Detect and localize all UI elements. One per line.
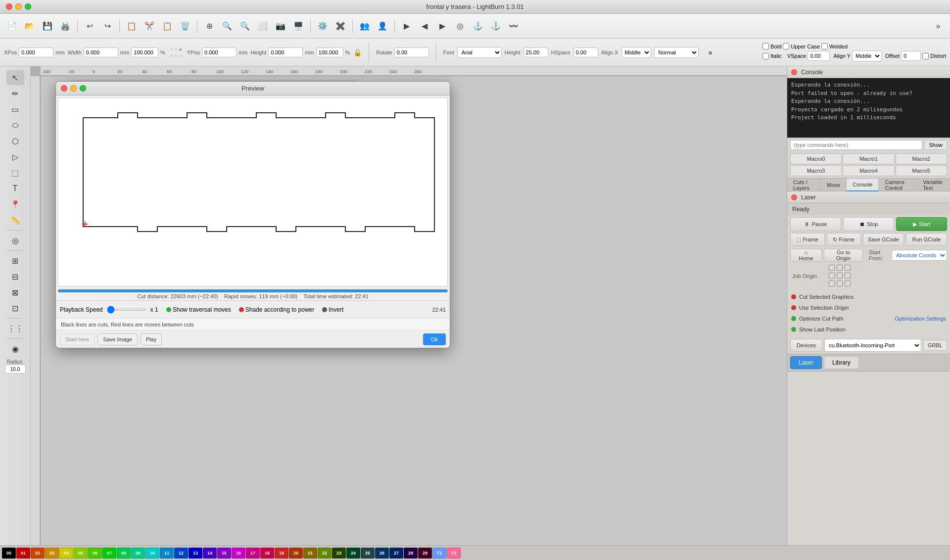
- origin-dot-bl[interactable]: [829, 280, 835, 286]
- settings-button[interactable]: ⚙️: [315, 18, 331, 34]
- color-swatch-03[interactable]: 03: [45, 548, 59, 559]
- tools-button[interactable]: ✖️: [332, 18, 348, 34]
- align-x-select[interactable]: Middle: [621, 47, 651, 58]
- color-swatch-01[interactable]: 01: [16, 548, 30, 559]
- expand-right-button[interactable]: »: [930, 18, 946, 34]
- camera-button[interactable]: 📷: [273, 18, 288, 34]
- color-swatch-13[interactable]: 13: [189, 548, 202, 559]
- start-here-button[interactable]: Start here: [60, 333, 95, 345]
- color-swatch-27[interactable]: 27: [389, 548, 403, 559]
- circle-tool-2[interactable]: ◉: [6, 341, 24, 356]
- color-swatch-02[interactable]: 02: [31, 548, 45, 559]
- height-input[interactable]: [268, 47, 303, 57]
- font-select[interactable]: Arial: [457, 47, 502, 58]
- pause-button[interactable]: ⏸ Pause: [790, 217, 841, 231]
- color-swatch-16[interactable]: 16: [232, 548, 245, 559]
- arrow-tool[interactable]: ▷: [6, 149, 24, 164]
- tab-move[interactable]: Move: [821, 179, 847, 191]
- console-show-button[interactable]: Show: [924, 140, 947, 150]
- xpos-input[interactable]: [19, 47, 53, 57]
- rotate-input[interactable]: [394, 47, 429, 57]
- laser-close-button[interactable]: [791, 194, 797, 200]
- console-close-button[interactable]: [791, 69, 797, 75]
- group-tool-2[interactable]: ⊟: [6, 269, 24, 284]
- console-input-field[interactable]: [790, 140, 922, 150]
- origin-dot-tc[interactable]: [837, 265, 843, 271]
- user-button[interactable]: 👤: [375, 18, 390, 34]
- macro-1-button[interactable]: Macro1: [843, 153, 894, 164]
- devices-button[interactable]: Devices: [790, 339, 822, 352]
- close-button[interactable]: [6, 3, 12, 10]
- ok-button[interactable]: Ok: [423, 333, 446, 345]
- frame-button-1[interactable]: ⬚ Frame: [790, 233, 825, 246]
- start-from-select[interactable]: Absolute Coords: [892, 250, 947, 261]
- maximize-button[interactable]: [25, 3, 31, 10]
- add-button[interactable]: ⊕: [201, 18, 217, 34]
- select-tool[interactable]: ↖: [6, 70, 24, 85]
- scale-h-input[interactable]: [316, 47, 343, 57]
- speed-slider[interactable]: [107, 309, 146, 311]
- laser-circle-button[interactable]: ◎: [452, 18, 468, 34]
- bold-checkbox[interactable]: [762, 43, 769, 49]
- save-image-button[interactable]: Save Image: [97, 333, 138, 345]
- start-button[interactable]: ▶ Start: [896, 217, 947, 231]
- font-height-input[interactable]: [523, 47, 548, 57]
- wave-button[interactable]: 〰️: [506, 18, 522, 34]
- color-swatch-19[interactable]: 19: [275, 548, 288, 559]
- play-button-preview[interactable]: Play: [141, 333, 162, 345]
- color-swatch-23[interactable]: 23: [332, 548, 346, 559]
- origin-dot-mc[interactable]: [837, 273, 843, 279]
- color-swatch-28[interactable]: 28: [404, 548, 418, 559]
- canvas-area[interactable]: 240 -20 0 20 40 60 80 100 120 140 160 18…: [31, 66, 787, 545]
- color-swatch-21[interactable]: 21: [303, 548, 317, 559]
- origin-dot-ml[interactable]: [829, 273, 835, 279]
- color-swatch-12[interactable]: 12: [174, 548, 188, 559]
- color-swatch-10[interactable]: 10: [145, 548, 159, 559]
- run-gcode-button[interactable]: Run GCode: [906, 233, 947, 246]
- color-swatch-22[interactable]: 22: [318, 548, 332, 559]
- offset-input[interactable]: [901, 51, 921, 61]
- macro-3-button[interactable]: Macro3: [790, 165, 842, 176]
- origin-dot-tl[interactable]: [829, 265, 835, 271]
- zoom-in-button[interactable]: 🔍: [219, 18, 235, 34]
- group-tool-4[interactable]: ⊡: [6, 301, 24, 316]
- paste-button[interactable]: 📋: [159, 18, 175, 34]
- anchor-button[interactable]: ⚓: [470, 18, 486, 34]
- distort-checkbox[interactable]: [922, 53, 929, 59]
- vspace-input[interactable]: [808, 51, 830, 61]
- cut-button[interactable]: ✂️: [142, 18, 157, 34]
- dot-pattern-tool[interactable]: ⋮⋮: [6, 321, 24, 336]
- screen-button[interactable]: 🖥️: [290, 18, 306, 34]
- stop-button[interactable]: ⏹ Stop: [843, 217, 894, 231]
- polygon-tool[interactable]: ⬡: [6, 134, 24, 148]
- ypos-input[interactable]: [202, 47, 237, 57]
- save-button[interactable]: 💾: [40, 18, 55, 34]
- title-bar-buttons[interactable]: [6, 3, 31, 10]
- radius-input[interactable]: [5, 365, 26, 373]
- macro-2-button[interactable]: Macro2: [896, 153, 947, 164]
- color-swatch-25[interactable]: 25: [361, 548, 375, 559]
- preview-close-button[interactable]: [61, 85, 67, 92]
- color-swatch-t1[interactable]: T1: [432, 548, 446, 559]
- origin-dot-bc[interactable]: [837, 280, 843, 286]
- color-swatch-00[interactable]: 00: [2, 548, 16, 559]
- tab-camera-control[interactable]: Camera Control: [879, 179, 917, 191]
- origin-dot-tr[interactable]: [845, 265, 851, 271]
- color-swatch-15[interactable]: 15: [217, 548, 231, 559]
- pin-tool[interactable]: 📍: [6, 197, 24, 212]
- color-swatch-26[interactable]: 26: [375, 548, 389, 559]
- scale-w-input[interactable]: [131, 47, 158, 57]
- macro-0-button[interactable]: Macro0: [790, 153, 842, 164]
- italic-checkbox[interactable]: [762, 53, 769, 59]
- minimize-button[interactable]: [15, 3, 22, 10]
- color-swatch-t2[interactable]: T2: [447, 548, 461, 559]
- print-button[interactable]: 🖨️: [57, 18, 73, 34]
- origin-dot-mr[interactable]: [845, 273, 851, 279]
- preview-min-button[interactable]: [70, 85, 77, 92]
- zoom-out-button[interactable]: 🔍: [237, 18, 253, 34]
- frame-left-button[interactable]: ◀: [417, 18, 432, 34]
- preview-max-button[interactable]: [80, 85, 86, 92]
- rect-tool[interactable]: ▭: [6, 102, 24, 117]
- open-button[interactable]: 📂: [22, 18, 38, 34]
- color-swatch-09[interactable]: 09: [131, 548, 145, 559]
